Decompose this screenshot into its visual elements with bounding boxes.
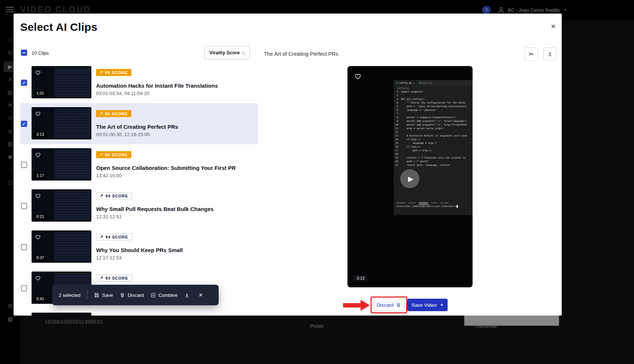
clip-duration-badge: 0:41 [34, 296, 47, 302]
python-file-icon [396, 82, 398, 84]
favorite-heart-icon[interactable] [35, 193, 41, 199]
discard-button[interactable]: Discard [373, 299, 405, 311]
clip-meta: ↗95 SCORE Open Source Collaboration: Sub… [96, 144, 254, 185]
favorite-heart-icon[interactable] [35, 275, 41, 281]
annotation-arrow-head [361, 300, 370, 311]
plus-icon: + [440, 302, 443, 308]
clip-duration-badge: 1:17 [34, 172, 47, 178]
virality-score-badge: ↗95 SCORE [96, 69, 131, 76]
clip-count-label: 10 Clips [32, 50, 49, 56]
clip-2-checkbox[interactable] [21, 121, 27, 127]
play-button[interactable]: ▶ [400, 169, 419, 188]
trash-icon [396, 302, 401, 307]
trending-up-icon: ↗ [99, 70, 103, 75]
virality-score-badge: ↗95 SCORE [96, 151, 131, 158]
clip-5-thumbnail[interactable]: 0:37 [32, 230, 91, 263]
clip-row-4[interactable]: 0:21 ↗94 SCORE Why Small Pull Requests B… [20, 185, 258, 226]
clip-timerange: 12:17-12:53 [96, 255, 121, 261]
clip-meta: ↗94 SCORE Why You Should Keep PRs Small … [96, 226, 254, 267]
editor-tab-main: main.py [417, 80, 434, 86]
clip-duration-badge: 0:21 [34, 214, 47, 219]
favorite-heart-icon[interactable] [35, 69, 41, 76]
thumbnail-content [54, 150, 90, 178]
preview-clip-title: The Art of Creating Perfect PRs [264, 51, 338, 57]
clip-duration-badge: 0:37 [34, 255, 47, 261]
clip-4-checkbox[interactable] [21, 203, 27, 209]
toolbar-divider [87, 291, 87, 299]
terminal-prompt: (translate) jradillo@jradillo-pro transl… [396, 205, 458, 208]
clip-5-checkbox[interactable] [21, 244, 27, 250]
clip-7-thumbnail-partial [32, 313, 91, 316]
clip-title: Open Source Collaboration: Submitting Yo… [96, 165, 236, 171]
editor-tab-config: config.py✕ [394, 80, 417, 86]
favorite-heart-icon[interactable] [35, 234, 41, 240]
download-icon [184, 292, 190, 298]
favorite-heart-icon[interactable] [354, 72, 362, 80]
play-icon: ▶ [408, 175, 413, 183]
clip-6-checkbox[interactable] [21, 285, 27, 291]
combine-selected-button[interactable]: Combine [150, 292, 178, 298]
virality-score-badge: ↗94 SCORE [96, 192, 132, 199]
close-tab-icon: ✕ [413, 82, 414, 84]
sort-button-label: Virality Score [209, 50, 240, 55]
video-player[interactable]: config.py✕ main.py config.py 1 import ar… [347, 66, 473, 287]
virality-score-badge: ↗95 SCORE [96, 110, 131, 117]
modal-close-icon[interactable]: ✕ [549, 22, 558, 31]
annotation-arrow [343, 303, 361, 307]
trending-up-icon: ↗ [99, 111, 103, 116]
trending-up-icon: ↗ [100, 193, 103, 198]
clip-meta: ↗94 SCORE Why Small Pull Requests Beat B… [96, 185, 254, 226]
select-all-checkbox[interactable] [21, 50, 27, 56]
clip-meta: ↗95 SCORE The Art of Creating Perfect PR… [96, 103, 254, 144]
clip-1-thumbnail[interactable]: 1:01 [32, 66, 91, 98]
editor-code: 1 import argparse 2 3 def get_config(): … [394, 90, 473, 167]
clip-meta: ↗95 SCORE Automation Hacks for Instant F… [96, 62, 254, 103]
thumbnail-content [54, 232, 90, 261]
preview-duration-badge: 3:12 [353, 275, 368, 281]
favorite-heart-icon[interactable] [35, 110, 41, 117]
editor-tab-bar: config.py✕ main.py [394, 80, 473, 86]
clip-row-2[interactable]: 3:13 ↗95 SCORE The Art of Creating Perfe… [20, 103, 258, 144]
clip-3-thumbnail[interactable]: 1:17 [32, 148, 91, 181]
trim-clip-button[interactable]: ✂ [525, 47, 538, 61]
toolbar-close-icon[interactable]: ✕ [198, 292, 203, 298]
virality-score-badge: ↗93 SCORE [96, 274, 132, 281]
save-selected-button[interactable]: Save [94, 292, 113, 298]
clip-1-checkbox[interactable] [21, 80, 27, 86]
clip-row-5[interactable]: 0:37 ↗94 SCORE Why You Should Keep PRs S… [20, 226, 258, 267]
selection-toolbar: 2 selected Save Discard Combine ✕ [52, 285, 219, 305]
favorite-heart-icon[interactable] [35, 152, 41, 158]
download-icon [547, 51, 553, 57]
screen: VIDEO CLOUD ? BC - Juan Carlos Radillo ⌄… [0, 0, 634, 364]
clip-title: The Art of Creating Perfect PRs [96, 124, 178, 130]
trending-up-icon: ↗ [100, 276, 103, 280]
code-editor-frame: config.py✕ main.py config.py 1 import ar… [394, 80, 473, 215]
virality-score-badge: ↗94 SCORE [96, 233, 132, 240]
select-ai-clips-modal: Select AI Clips ✕ 10 Clips Virality Scor… [14, 14, 562, 316]
clip-row-3[interactable]: 1:17 ↗95 SCORE Open Source Collaboration… [20, 144, 258, 185]
clip-3-checkbox[interactable] [21, 162, 27, 168]
save-video-button[interactable]: Save Video + [407, 299, 448, 311]
thumbnail-content [54, 191, 90, 219]
clip-duration-badge: 1:01 [34, 90, 47, 96]
terminal-cursor [456, 205, 458, 208]
editor-panel-tabs: PROBLEMSOUTPUTTERMINALPORTSGITLENS [396, 198, 451, 205]
clip-row-1[interactable]: 1:01 ↗95 SCORE Automation Hacks for Inst… [20, 62, 258, 103]
thumbnail-content [54, 109, 90, 137]
thumbnail-content [54, 68, 90, 96]
trending-up-icon: ↗ [99, 152, 103, 157]
virality-score-sort-button[interactable]: Virality Score ↑↓ [204, 46, 250, 59]
clip-timerange: 03:01-03:54, 04:11-04:20 [96, 91, 149, 96]
download-selected-button[interactable] [184, 292, 190, 298]
clip-timerange: 13:42-15:00 [96, 173, 121, 178]
clip-title: Automation Hacks for Instant File Transl… [96, 83, 218, 89]
discard-selected-button[interactable]: Discard [120, 292, 144, 298]
clip-timerange: 00:01-00:30, 12:16-15:00 [96, 132, 150, 137]
combine-icon [150, 292, 156, 298]
clip-4-thumbnail[interactable]: 0:21 [32, 189, 91, 222]
python-file-icon [419, 82, 421, 84]
download-clip-button[interactable] [543, 47, 557, 61]
clip-title: Why You Should Keep PRs Small [96, 247, 183, 253]
clip-2-thumbnail[interactable]: 3:13 [32, 107, 91, 139]
save-icon [94, 292, 99, 298]
